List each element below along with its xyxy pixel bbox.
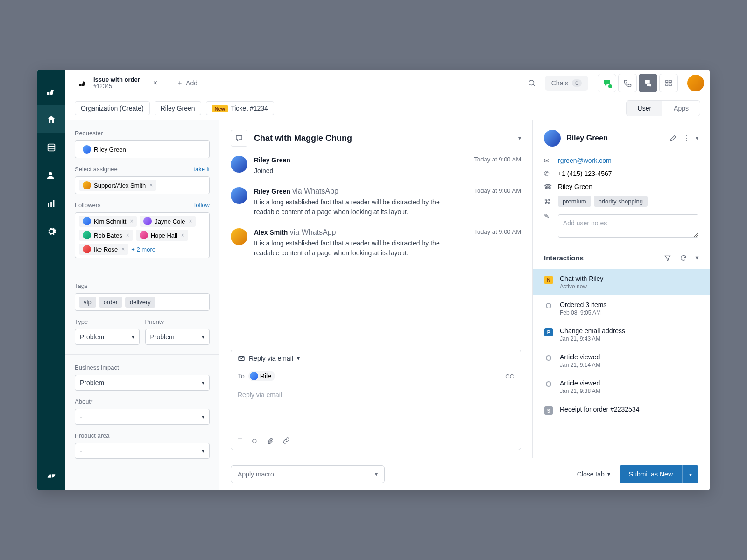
timeline-dot	[546, 355, 551, 361]
followers-field[interactable]: Kim Schmitt× Jayne Cole× Rob Bates× Hope…	[75, 212, 210, 258]
timeline-item[interactable]: S Receipt for order #2232534	[533, 400, 710, 420]
message-text: It is a long established fact that a rea…	[254, 197, 459, 217]
message-author: Riley Green	[254, 188, 290, 195]
tag[interactable]: vip	[79, 297, 96, 308]
brand-icon[interactable]	[37, 77, 65, 105]
views-icon[interactable]	[37, 133, 65, 161]
assignee-value: Support/Alex Smith	[94, 182, 146, 189]
remove-icon[interactable]: ×	[130, 218, 133, 224]
reply-mode-selector[interactable]: Reply via email ▾	[231, 350, 521, 367]
type-select[interactable]: Problem▾	[75, 329, 140, 345]
remove-icon[interactable]: ×	[189, 218, 192, 224]
tag[interactable]: delivery	[125, 297, 155, 308]
follow-link[interactable]: follow	[194, 202, 210, 209]
chats-button[interactable]: Chats 0	[545, 76, 588, 91]
cc-button[interactable]: CC	[505, 373, 514, 380]
avatar	[83, 245, 91, 253]
timeline-item[interactable]: N Chat with RileyActive now	[533, 269, 710, 295]
chevron-down-icon: ▾	[202, 413, 204, 420]
add-tab-button[interactable]: ＋Add	[169, 74, 205, 92]
about-select[interactable]: -▾	[75, 409, 210, 425]
breadcrumb-bar: Organization (Create) Riley Green NewTic…	[65, 96, 710, 120]
close-tab-button[interactable]: Close tab▾	[577, 470, 610, 478]
user-tag[interactable]: priority shopping	[594, 196, 648, 207]
tag[interactable]: order	[99, 297, 122, 308]
svg-rect-13	[669, 84, 672, 86]
remove-icon[interactable]: ×	[149, 182, 153, 189]
admin-icon[interactable]	[37, 217, 65, 245]
timeline-sub: Jan 21, 9:38 AM	[560, 388, 698, 394]
message-time: Today at 9:00 AM	[474, 156, 521, 164]
product-area-label: Product area	[75, 432, 210, 439]
chevron-down-icon[interactable]: ▾	[696, 254, 698, 262]
crumb-ticket[interactable]: NewTicket #1234	[206, 101, 274, 115]
chevron-down-icon[interactable]: ▾	[696, 135, 698, 141]
home-icon[interactable]	[37, 105, 65, 133]
attachment-icon[interactable]	[267, 437, 274, 445]
requester-field[interactable]: Riley Green	[75, 140, 210, 158]
chevron-down-icon[interactable]: ▾	[518, 135, 521, 141]
timeline-item[interactable]: P Change email addressJan 21, 9:43 AM	[533, 322, 710, 348]
timeline-item[interactable]: Article viewedJan 21, 9:14 AM	[533, 348, 710, 374]
toggle-apps[interactable]: Apps	[662, 101, 700, 116]
status-badge: S	[544, 406, 553, 415]
followers-more[interactable]: + 2 more	[131, 246, 155, 253]
interactions-title: Interactions	[544, 254, 584, 262]
submit-options-button[interactable]: ▾	[682, 465, 698, 483]
filter-icon[interactable]	[664, 254, 671, 262]
recipient-chip[interactable]: Rile	[248, 371, 275, 381]
requester-value: Riley Green	[94, 146, 126, 153]
new-badge: New	[212, 105, 228, 112]
search-icon[interactable]	[522, 74, 541, 92]
timeline-item[interactable]: Ordered 3 itemsFeb 08, 9:05 AM	[533, 295, 710, 322]
edit-icon[interactable]	[669, 134, 677, 142]
main-area: Issue with order #12345 × ＋Add Chats 0	[65, 70, 710, 490]
reporting-icon[interactable]	[37, 189, 65, 217]
user-display-name: Riley Green	[558, 183, 592, 190]
take-it-link[interactable]: take it	[193, 166, 210, 173]
phone-icon[interactable]	[618, 74, 637, 92]
svg-rect-0	[47, 92, 50, 95]
emoji-icon[interactable]: ☺	[251, 437, 258, 445]
business-impact-select[interactable]: Problem▾	[75, 375, 210, 391]
chat-status-icon[interactable]	[598, 74, 616, 92]
user-email[interactable]: rgreen@work.com	[558, 157, 612, 164]
remove-icon[interactable]: ×	[181, 232, 184, 238]
crumb-organization[interactable]: Organization (Create)	[75, 101, 150, 115]
assignee-field[interactable]: Support/Alex Smith×	[75, 176, 210, 194]
timeline-title: Receipt for order #2232534	[560, 406, 698, 413]
toggle-user[interactable]: User	[627, 101, 663, 116]
followers-label: Followers	[75, 202, 101, 209]
timeline-item[interactable]: Article viewedJan 21, 9:38 AM	[533, 374, 710, 400]
priority-label: Priority	[145, 318, 210, 325]
tags-field[interactable]: vip order delivery	[75, 293, 210, 311]
customers-icon[interactable]	[37, 161, 65, 189]
crumb-requester[interactable]: Riley Green	[155, 101, 201, 115]
text-format-icon[interactable]: T	[238, 437, 242, 445]
avatar	[140, 231, 148, 239]
close-tab-icon[interactable]: ×	[153, 79, 157, 87]
conversation-title: Chat with Maggie Chung	[254, 133, 512, 143]
refresh-icon[interactable]	[680, 254, 687, 262]
more-icon[interactable]: ⋮	[683, 134, 690, 143]
reply-textarea[interactable]: Reply via email	[231, 385, 521, 432]
link-icon[interactable]	[282, 437, 290, 445]
email-icon	[238, 355, 245, 362]
user-tag[interactable]: premium	[558, 196, 591, 207]
zendesk-icon[interactable]	[37, 462, 65, 490]
priority-select[interactable]: Problem▾	[145, 329, 210, 345]
tab-title: Issue with order	[93, 76, 140, 84]
apps-grid-icon[interactable]	[659, 74, 678, 92]
message-author: Riley Green	[254, 156, 290, 164]
user-notes-textarea[interactable]: Add user notes	[558, 214, 698, 238]
remove-icon[interactable]: ×	[121, 246, 125, 252]
apply-macro-select[interactable]: Apply macro▾	[231, 465, 385, 483]
conversations-icon[interactable]	[639, 74, 657, 92]
product-area-select[interactable]: -▾	[75, 443, 210, 459]
submit-button[interactable]: Submit as New	[620, 465, 682, 483]
timeline-title: Change email address	[560, 327, 698, 335]
remove-icon[interactable]: ×	[126, 232, 129, 238]
ticket-tab[interactable]: Issue with order #12345 ×	[71, 70, 165, 96]
profile-avatar[interactable]	[687, 75, 704, 91]
chevron-down-icon: ▾	[607, 471, 610, 477]
